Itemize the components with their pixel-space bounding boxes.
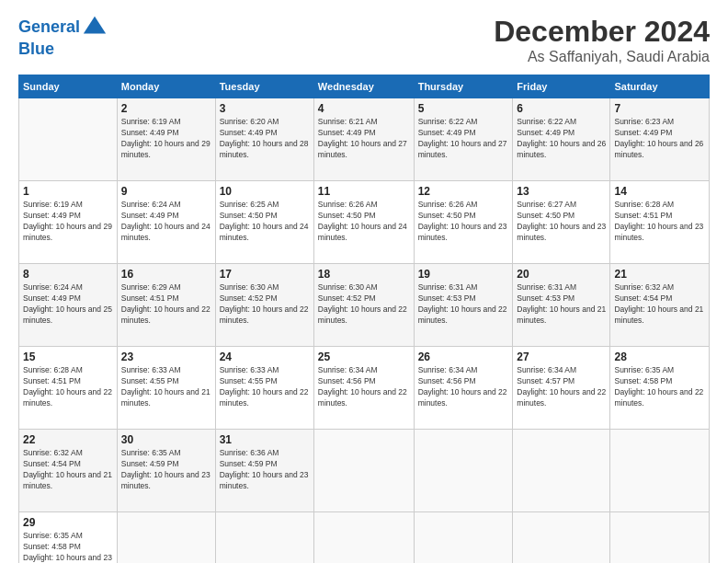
col-monday: Monday	[117, 75, 215, 98]
calendar-cell: 12Sunrise: 6:26 AMSunset: 4:50 PMDayligh…	[414, 181, 513, 264]
day-number: 16	[121, 268, 211, 281]
calendar-cell: 1Sunrise: 6:19 AMSunset: 4:49 PMDaylight…	[19, 181, 118, 264]
calendar-cell: 6Sunrise: 6:22 AMSunset: 4:49 PMDaylight…	[513, 98, 610, 181]
day-number: 17	[220, 268, 310, 281]
day-info: Sunrise: 6:24 AMSunset: 4:49 PMDaylight:…	[23, 282, 113, 327]
calendar-cell: 11Sunrise: 6:26 AMSunset: 4:50 PMDayligh…	[313, 181, 414, 264]
calendar-cell	[414, 512, 513, 564]
day-info: Sunrise: 6:36 AMSunset: 4:59 PMDaylight:…	[220, 448, 310, 492]
day-info: Sunrise: 6:19 AMSunset: 4:49 PMDaylight:…	[23, 200, 113, 244]
day-number: 26	[418, 350, 509, 363]
svg-marker-0	[84, 17, 106, 34]
day-number: 12	[418, 185, 509, 198]
day-info: Sunrise: 6:22 AMSunset: 4:49 PMDaylight:…	[418, 117, 509, 161]
day-info: Sunrise: 6:19 AMSunset: 4:49 PMDaylight:…	[121, 117, 211, 161]
calendar-cell	[19, 98, 118, 181]
calendar-cell: 18Sunrise: 6:30 AMSunset: 4:52 PMDayligh…	[313, 264, 414, 347]
day-number: 25	[318, 350, 410, 363]
calendar-cell: 21Sunrise: 6:32 AMSunset: 4:54 PMDayligh…	[610, 264, 710, 347]
day-number: 1	[23, 185, 113, 198]
calendar-cell: 19Sunrise: 6:31 AMSunset: 4:53 PMDayligh…	[414, 264, 513, 347]
table-row: 1Sunrise: 6:19 AMSunset: 4:49 PMDaylight…	[19, 181, 710, 264]
day-info: Sunrise: 6:31 AMSunset: 4:53 PMDaylight:…	[418, 282, 509, 327]
day-info: Sunrise: 6:23 AMSunset: 4:49 PMDaylight:…	[614, 117, 705, 161]
day-info: Sunrise: 6:35 AMSunset: 4:58 PMDaylight:…	[23, 531, 113, 563]
calendar-cell: 4Sunrise: 6:21 AMSunset: 4:49 PMDaylight…	[313, 98, 414, 181]
col-saturday: Saturday	[610, 75, 710, 98]
day-info: Sunrise: 6:21 AMSunset: 4:49 PMDaylight:…	[318, 117, 410, 161]
calendar-cell: 3Sunrise: 6:20 AMSunset: 4:49 PMDaylight…	[215, 98, 313, 181]
day-number: 2	[121, 102, 211, 115]
month-title: December 2024	[494, 15, 710, 49]
calendar-cell	[610, 430, 710, 512]
table-row: 2Sunrise: 6:19 AMSunset: 4:49 PMDaylight…	[19, 98, 710, 181]
location-title: As Saffaniyah, Saudi Arabia	[494, 49, 710, 65]
col-thursday: Thursday	[414, 75, 513, 98]
header: General Blue December 2024 As Saffaniyah…	[18, 15, 710, 65]
day-info: Sunrise: 6:25 AMSunset: 4:50 PMDaylight:…	[220, 200, 310, 244]
day-info: Sunrise: 6:31 AMSunset: 4:53 PMDaylight:…	[517, 282, 606, 327]
calendar-cell	[313, 430, 414, 512]
col-wednesday: Wednesday	[313, 75, 414, 98]
day-number: 7	[614, 102, 705, 115]
calendar-cell: 22Sunrise: 6:32 AMSunset: 4:54 PMDayligh…	[19, 430, 118, 512]
calendar-cell: 7Sunrise: 6:23 AMSunset: 4:49 PMDaylight…	[610, 98, 710, 181]
day-number: 18	[318, 268, 410, 281]
calendar-cell	[117, 512, 215, 564]
calendar-cell: 30Sunrise: 6:35 AMSunset: 4:59 PMDayligh…	[117, 430, 215, 512]
day-number: 8	[23, 268, 113, 281]
day-number: 5	[418, 102, 509, 115]
day-info: Sunrise: 6:35 AMSunset: 4:58 PMDaylight:…	[614, 365, 705, 409]
title-block: December 2024 As Saffaniyah, Saudi Arabi…	[494, 15, 710, 65]
col-sunday: Sunday	[19, 75, 118, 98]
calendar-cell: 5Sunrise: 6:22 AMSunset: 4:49 PMDaylight…	[414, 98, 513, 181]
header-row: Sunday Monday Tuesday Wednesday Thursday…	[19, 75, 710, 98]
calendar-cell: 9Sunrise: 6:24 AMSunset: 4:49 PMDaylight…	[117, 181, 215, 264]
day-number: 9	[121, 185, 211, 198]
day-info: Sunrise: 6:30 AMSunset: 4:52 PMDaylight:…	[318, 282, 410, 327]
col-tuesday: Tuesday	[215, 75, 313, 98]
calendar-cell	[513, 430, 610, 512]
table-row: 8Sunrise: 6:24 AMSunset: 4:49 PMDaylight…	[19, 264, 710, 347]
day-number: 11	[318, 185, 410, 198]
calendar-cell: 26Sunrise: 6:34 AMSunset: 4:56 PMDayligh…	[414, 347, 513, 430]
calendar-cell	[313, 512, 414, 564]
calendar-cell: 25Sunrise: 6:34 AMSunset: 4:56 PMDayligh…	[313, 347, 414, 430]
calendar-cell: 17Sunrise: 6:30 AMSunset: 4:52 PMDayligh…	[215, 264, 313, 347]
day-info: Sunrise: 6:33 AMSunset: 4:55 PMDaylight:…	[220, 365, 310, 409]
day-number: 15	[23, 350, 113, 363]
calendar-cell: 13Sunrise: 6:27 AMSunset: 4:50 PMDayligh…	[513, 181, 610, 264]
day-info: Sunrise: 6:34 AMSunset: 4:56 PMDaylight:…	[318, 365, 410, 409]
day-number: 28	[614, 350, 705, 363]
day-number: 3	[220, 102, 310, 115]
col-friday: Friday	[513, 75, 610, 98]
day-info: Sunrise: 6:28 AMSunset: 4:51 PMDaylight:…	[23, 365, 113, 409]
calendar-table: Sunday Monday Tuesday Wednesday Thursday…	[18, 75, 710, 563]
calendar-cell: 15Sunrise: 6:28 AMSunset: 4:51 PMDayligh…	[19, 347, 118, 430]
calendar-cell: 16Sunrise: 6:29 AMSunset: 4:51 PMDayligh…	[117, 264, 215, 347]
table-row: 29Sunrise: 6:35 AMSunset: 4:58 PMDayligh…	[19, 512, 710, 564]
table-row: 22Sunrise: 6:32 AMSunset: 4:54 PMDayligh…	[19, 430, 710, 512]
day-info: Sunrise: 6:34 AMSunset: 4:57 PMDaylight:…	[517, 365, 606, 409]
day-info: Sunrise: 6:32 AMSunset: 4:54 PMDaylight:…	[23, 448, 113, 492]
day-info: Sunrise: 6:27 AMSunset: 4:50 PMDaylight:…	[517, 200, 606, 244]
calendar-cell: 24Sunrise: 6:33 AMSunset: 4:55 PMDayligh…	[215, 347, 313, 430]
calendar-cell: 27Sunrise: 6:34 AMSunset: 4:57 PMDayligh…	[513, 347, 610, 430]
day-info: Sunrise: 6:28 AMSunset: 4:51 PMDaylight:…	[614, 200, 705, 244]
day-number: 10	[220, 185, 310, 198]
day-number: 30	[121, 433, 211, 446]
calendar-cell: 14Sunrise: 6:28 AMSunset: 4:51 PMDayligh…	[610, 181, 710, 264]
table-row: 15Sunrise: 6:28 AMSunset: 4:51 PMDayligh…	[19, 347, 710, 430]
calendar-cell: 23Sunrise: 6:33 AMSunset: 4:55 PMDayligh…	[117, 347, 215, 430]
day-number: 20	[517, 268, 606, 281]
calendar-cell: 2Sunrise: 6:19 AMSunset: 4:49 PMDaylight…	[117, 98, 215, 181]
day-number: 21	[614, 268, 705, 281]
calendar-cell: 20Sunrise: 6:31 AMSunset: 4:53 PMDayligh…	[513, 264, 610, 347]
day-number: 23	[121, 350, 211, 363]
calendar-page: General Blue December 2024 As Saffaniyah…	[0, 0, 728, 563]
day-info: Sunrise: 6:30 AMSunset: 4:52 PMDaylight:…	[220, 282, 310, 327]
calendar-cell	[215, 512, 313, 564]
logo-icon	[82, 15, 108, 40]
calendar-cell	[610, 512, 710, 564]
day-number: 24	[220, 350, 310, 363]
